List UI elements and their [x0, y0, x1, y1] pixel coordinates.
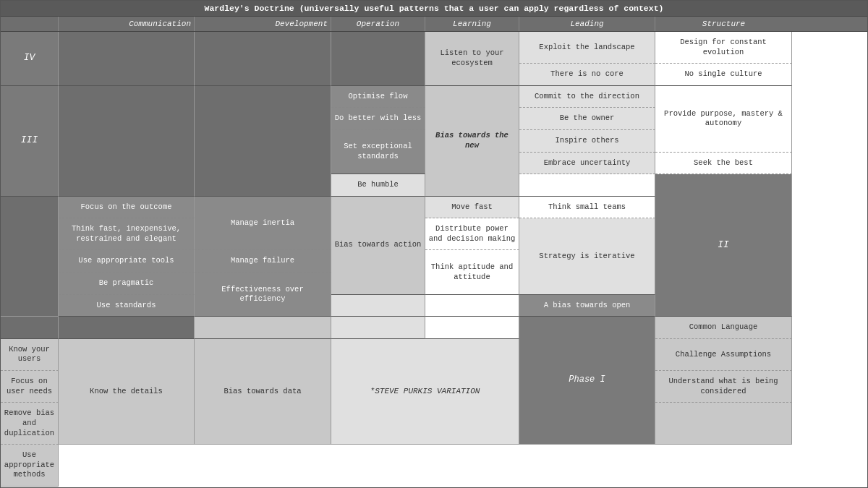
use-appropriate-methods: Use appropriate methods: [1, 445, 59, 487]
be-owner: Be the owner: [519, 108, 655, 130]
phase-ii-lead-6: [331, 317, 425, 339]
phase-ii-dev-6: [1, 317, 59, 339]
set-exceptional: Set exceptional standards: [331, 130, 425, 174]
focus-user-needs: Focus on user needs: [1, 371, 59, 403]
phase-i-label: Phase I: [519, 317, 655, 445]
challenge-assumptions: Challenge Assumptions: [655, 339, 792, 371]
header-development: Development: [195, 17, 331, 31]
header-communication: Communication: [59, 17, 195, 31]
do-better-less: Do better with less: [331, 108, 425, 130]
manage-inertia: Manage inertia: [195, 197, 331, 251]
header-operation: Operation: [331, 17, 425, 31]
no-single-culture: No single culture: [655, 64, 792, 86]
header-phase: [1, 17, 59, 31]
bias-open: A bias towards open: [519, 295, 655, 317]
header-learning: Learning: [425, 17, 519, 31]
optimise-flow: Optimise flow: [331, 86, 425, 108]
common-language: Common Language: [655, 317, 792, 339]
phase-iv-comm: [59, 32, 195, 86]
wardley-doctrine-table: Wardley's Doctrine (universally useful p…: [0, 0, 868, 488]
focus-outcome: Focus on the outcome: [59, 197, 195, 219]
title-bold: Wardley's Doctrine: [205, 4, 294, 13]
title-rest: (universally useful patterns that a user…: [294, 4, 664, 13]
phase-iv-dev: [195, 32, 331, 86]
phase-iv-op: [331, 32, 425, 86]
seek-best: Seek the best: [655, 153, 792, 175]
phase-ii-learn-6: [195, 317, 331, 339]
inspire-others: Inspire others: [519, 130, 655, 153]
think-aptitude: Think aptitude and attitude: [425, 250, 519, 294]
bias-new: Bias towards the new: [425, 86, 519, 197]
phase-iii-comm: [59, 86, 195, 197]
phase-ii-struct-5: [425, 295, 519, 317]
distribute-power: Distribute power and decision making: [425, 218, 519, 250]
be-pragmatic: Be pragmatic: [59, 273, 195, 295]
manage-failure: Manage failure: [195, 250, 331, 273]
know-details: Know the details: [59, 339, 195, 445]
strategy-iterative: Strategy is iterative: [519, 218, 655, 294]
be-humble: Be humble: [331, 174, 425, 197]
phase-ii-comm-empty: [1, 197, 59, 317]
phase-ii-struct-6: [425, 317, 519, 339]
move-fast: Move fast: [425, 197, 519, 219]
remove-bias: Remove bias and duplication: [1, 403, 59, 445]
phase-ii-leading-5: [331, 295, 425, 317]
think-fast: Think fast, inexpensive, restrained and …: [59, 218, 195, 250]
phase-iii-dev: [195, 86, 331, 197]
commit-direction: Commit to the direction: [519, 86, 655, 108]
use-appropriate-tools: Use appropriate tools: [59, 250, 195, 273]
provide-purpose: Provide purpose, mastery & autonomy: [655, 86, 792, 153]
bias-data: Bias towards data: [195, 339, 331, 445]
phase-iii-label: III: [1, 86, 59, 197]
phase-ii-op-6: [59, 317, 195, 339]
understand-considered: Understand what is being considered: [655, 371, 792, 403]
bias-action: Bias towards action: [331, 197, 425, 295]
steve-purkis: *STEVE PURKIS VARIATION: [331, 339, 519, 445]
header-leading: Leading: [519, 17, 655, 31]
no-core: There is no core: [519, 64, 655, 86]
think-small-teams: Think small teams: [519, 197, 655, 219]
header-structure: Structure: [655, 17, 792, 31]
main-grid: IV Listen to your ecosystem Exploit the …: [1, 32, 867, 487]
exploit-landscape: Exploit the landscape: [519, 32, 655, 64]
listen-ecosystem: Listen to your ecosystem: [425, 32, 519, 86]
phase-iv-label: IV: [1, 32, 59, 86]
title-row: Wardley's Doctrine (universally useful p…: [1, 1, 867, 17]
phase-iii-struct-empty: [519, 174, 655, 197]
design-constant: Design for constant evolution: [655, 32, 792, 64]
phase-ii-label: II: [655, 174, 792, 317]
use-standards: Use standards: [59, 295, 195, 317]
effectiveness-efficiency: Effectiveness over efficiency: [195, 273, 331, 317]
phase-i-comm-4: [655, 403, 792, 445]
header-row: Communication Development Operation Lear…: [1, 17, 867, 32]
embrace-uncertainty: Embrace uncertainty: [519, 153, 655, 175]
know-users: Know your users: [1, 339, 59, 371]
